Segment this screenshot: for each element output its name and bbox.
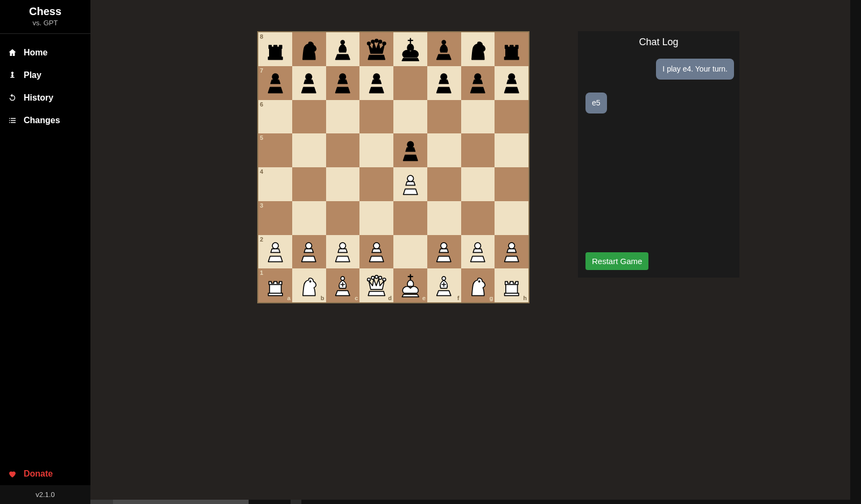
square-g1[interactable]: g [461,268,495,302]
square-c7[interactable] [326,66,360,100]
square-c1[interactable]: c [326,268,360,302]
piece-p[interactable] [363,69,390,96]
square-c2[interactable] [326,235,360,269]
piece-p[interactable] [262,69,289,96]
square-f5[interactable] [427,133,461,167]
piece-p[interactable] [397,137,424,164]
nav-donate[interactable]: Donate [0,463,90,485]
square-d3[interactable] [359,201,393,235]
square-f2[interactable] [427,235,461,269]
square-a3[interactable]: 3 [258,201,292,235]
square-b8[interactable] [292,32,326,66]
piece-P[interactable] [262,238,289,265]
piece-k[interactable] [397,36,424,63]
restart-game-button[interactable]: Restart Game [585,252,648,270]
square-b7[interactable] [292,66,326,100]
square-e8[interactable] [393,32,427,66]
square-d6[interactable] [359,100,393,134]
square-g6[interactable] [461,100,495,134]
square-b4[interactable] [292,167,326,201]
square-d2[interactable] [359,235,393,269]
piece-B[interactable] [430,272,457,299]
nav-changes[interactable]: Changes [0,109,90,132]
square-e6[interactable] [393,100,427,134]
square-f8[interactable] [427,32,461,66]
square-h2[interactable] [495,235,528,269]
piece-P[interactable] [397,171,424,198]
piece-Q[interactable] [363,272,390,299]
piece-B[interactable] [329,272,356,299]
piece-p[interactable] [329,69,356,96]
square-c8[interactable] [326,32,360,66]
square-a4[interactable]: 4 [258,167,292,201]
square-h1[interactable]: h [495,268,528,302]
square-f6[interactable] [427,100,461,134]
square-a8[interactable]: 8 [258,32,292,66]
piece-r[interactable] [262,36,289,63]
piece-p[interactable] [498,69,525,96]
square-f4[interactable] [427,167,461,201]
piece-K[interactable] [397,272,424,299]
square-e2[interactable] [393,235,427,269]
piece-P[interactable] [498,238,525,265]
square-a5[interactable]: 5 [258,133,292,167]
square-g7[interactable] [461,66,495,100]
piece-R[interactable] [498,272,525,299]
square-h6[interactable] [495,100,528,134]
piece-b[interactable] [430,36,457,63]
square-a2[interactable]: 2 [258,235,292,269]
square-d4[interactable] [359,167,393,201]
nav-home[interactable]: Home [0,41,90,64]
piece-N[interactable] [295,272,322,299]
square-b2[interactable] [292,235,326,269]
square-h8[interactable] [495,32,528,66]
square-g5[interactable] [461,133,495,167]
piece-p[interactable] [464,69,491,96]
square-b3[interactable] [292,201,326,235]
square-b1[interactable]: b [292,268,326,302]
piece-N[interactable] [464,272,491,299]
square-a7[interactable]: 7 [258,66,292,100]
square-h5[interactable] [495,133,528,167]
square-b6[interactable] [292,100,326,134]
square-f1[interactable]: f [427,268,461,302]
piece-r[interactable] [498,36,525,63]
square-d7[interactable] [359,66,393,100]
piece-q[interactable] [363,36,390,63]
square-d1[interactable]: d [359,268,393,302]
nav-play[interactable]: Play [0,64,90,87]
square-e5[interactable] [393,133,427,167]
square-a6[interactable]: 6 [258,100,292,134]
piece-n[interactable] [295,36,322,63]
piece-n[interactable] [464,36,491,63]
square-e3[interactable] [393,201,427,235]
square-f7[interactable] [427,66,461,100]
piece-P[interactable] [363,238,390,265]
square-h7[interactable] [495,66,528,100]
square-d8[interactable] [359,32,393,66]
square-b5[interactable] [292,133,326,167]
square-g2[interactable] [461,235,495,269]
square-c5[interactable] [326,133,360,167]
square-e4[interactable] [393,167,427,201]
square-e1[interactable]: e [393,268,427,302]
square-h3[interactable] [495,201,528,235]
square-g8[interactable] [461,32,495,66]
square-f3[interactable] [427,201,461,235]
square-c6[interactable] [326,100,360,134]
square-g4[interactable] [461,167,495,201]
piece-b[interactable] [329,36,356,63]
piece-R[interactable] [262,272,289,299]
piece-p[interactable] [430,69,457,96]
square-c3[interactable] [326,201,360,235]
nav-history[interactable]: History [0,87,90,109]
piece-P[interactable] [464,238,491,265]
piece-P[interactable] [430,238,457,265]
chat-log[interactable]: I play e4. Your turn.e5 [578,53,739,247]
piece-P[interactable] [329,238,356,265]
square-h4[interactable] [495,167,528,201]
square-a1[interactable]: 1a [258,268,292,302]
square-e7[interactable] [393,66,427,100]
chessboard[interactable]: 87654321abcdefgh [257,31,530,303]
square-c4[interactable] [326,167,360,201]
